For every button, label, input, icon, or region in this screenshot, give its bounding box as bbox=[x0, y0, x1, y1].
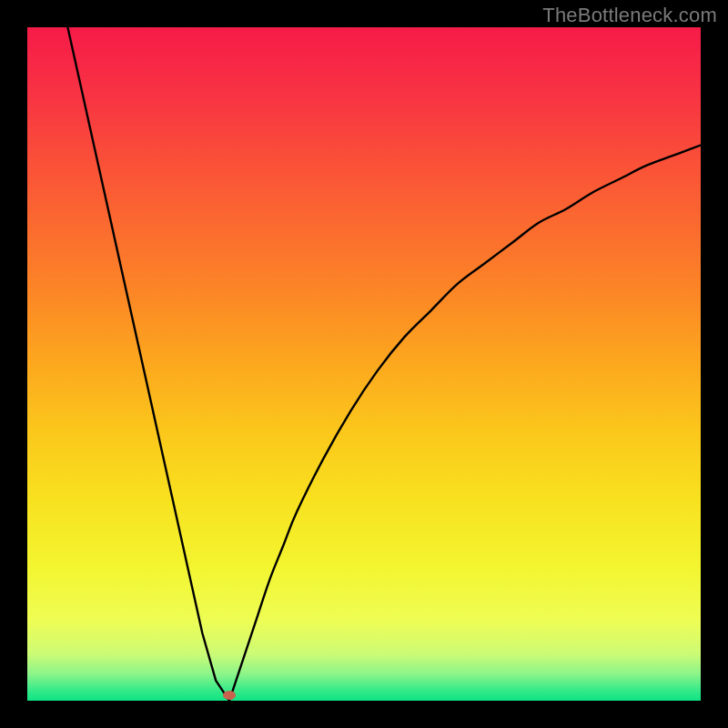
gradient-background bbox=[27, 27, 701, 701]
chart-frame: TheBottleneck.com bbox=[0, 0, 728, 728]
minimum-marker bbox=[223, 691, 236, 700]
watermark-text: TheBottleneck.com bbox=[542, 4, 717, 27]
chart-svg bbox=[27, 27, 701, 701]
plot-area bbox=[27, 27, 701, 701]
